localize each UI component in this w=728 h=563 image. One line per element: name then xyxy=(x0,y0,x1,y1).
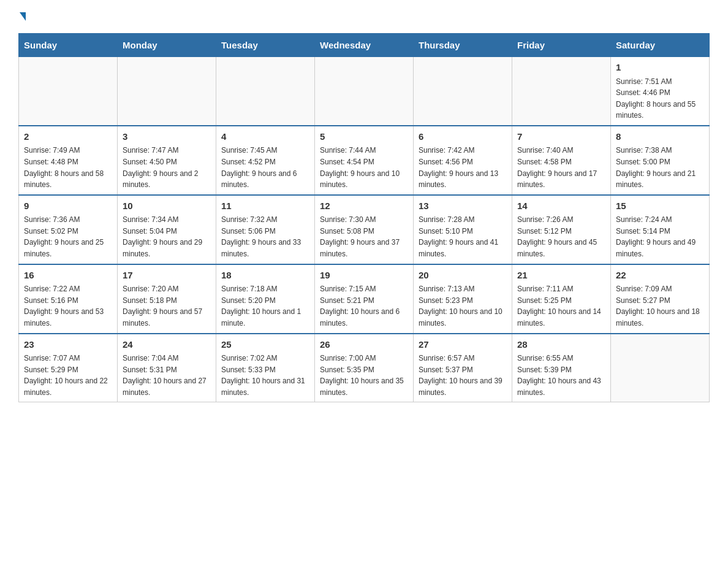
calendar-day-cell: 24Sunrise: 7:04 AMSunset: 5:31 PMDayligh… xyxy=(118,334,216,402)
calendar-day-cell: 4Sunrise: 7:45 AMSunset: 4:52 PMDaylight… xyxy=(216,126,315,195)
day-number: 3 xyxy=(123,130,211,144)
day-info: Sunrise: 7:38 AMSunset: 5:00 PMDaylight:… xyxy=(616,145,704,190)
day-number: 18 xyxy=(221,269,309,283)
calendar-day-cell xyxy=(19,57,118,126)
day-info: Sunrise: 7:34 AMSunset: 5:04 PMDaylight:… xyxy=(123,214,211,259)
day-info: Sunrise: 7:04 AMSunset: 5:31 PMDaylight:… xyxy=(123,353,211,398)
day-info: Sunrise: 7:47 AMSunset: 4:50 PMDaylight:… xyxy=(123,145,211,190)
day-info: Sunrise: 7:36 AMSunset: 5:02 PMDaylight:… xyxy=(24,214,112,259)
calendar-day-cell xyxy=(315,57,414,126)
calendar-day-cell: 7Sunrise: 7:40 AMSunset: 4:58 PMDaylight… xyxy=(512,126,611,195)
weekday-header-tuesday: Tuesday xyxy=(216,34,315,57)
calendar-day-cell: 17Sunrise: 7:20 AMSunset: 5:18 PMDayligh… xyxy=(118,264,216,334)
weekday-header-monday: Monday xyxy=(118,34,216,57)
weekday-header-thursday: Thursday xyxy=(414,34,512,57)
day-number: 22 xyxy=(616,269,704,283)
day-number: 16 xyxy=(24,269,112,283)
day-number: 14 xyxy=(517,199,605,213)
calendar-table: SundayMondayTuesdayWednesdayThursdayFrid… xyxy=(18,33,710,402)
calendar-day-cell xyxy=(414,57,512,126)
calendar-day-cell xyxy=(512,57,611,126)
calendar-day-cell: 2Sunrise: 7:49 AMSunset: 4:48 PMDaylight… xyxy=(19,126,118,195)
day-info: Sunrise: 7:02 AMSunset: 5:33 PMDaylight:… xyxy=(221,353,309,398)
day-number: 8 xyxy=(616,130,704,144)
page-header xyxy=(18,12,710,21)
day-info: Sunrise: 7:22 AMSunset: 5:16 PMDaylight:… xyxy=(24,283,112,329)
calendar-week-row: 1Sunrise: 7:51 AMSunset: 4:46 PMDaylight… xyxy=(19,57,710,126)
day-info: Sunrise: 7:15 AMSunset: 5:21 PMDaylight:… xyxy=(320,283,408,329)
day-info: Sunrise: 6:57 AMSunset: 5:37 PMDaylight:… xyxy=(419,353,507,398)
calendar-day-cell: 1Sunrise: 7:51 AMSunset: 4:46 PMDaylight… xyxy=(611,57,710,126)
calendar-day-cell xyxy=(611,334,710,402)
calendar-day-cell: 20Sunrise: 7:13 AMSunset: 5:23 PMDayligh… xyxy=(414,264,512,334)
day-info: Sunrise: 7:00 AMSunset: 5:35 PMDaylight:… xyxy=(320,353,408,398)
day-info: Sunrise: 7:13 AMSunset: 5:23 PMDaylight:… xyxy=(419,283,507,329)
calendar-day-cell: 9Sunrise: 7:36 AMSunset: 5:02 PMDaylight… xyxy=(19,195,118,264)
day-info: Sunrise: 7:42 AMSunset: 4:56 PMDaylight:… xyxy=(419,145,507,190)
weekday-header-row: SundayMondayTuesdayWednesdayThursdayFrid… xyxy=(19,34,710,57)
day-info: Sunrise: 7:24 AMSunset: 5:14 PMDaylight:… xyxy=(616,214,704,259)
day-number: 19 xyxy=(320,269,408,283)
day-info: Sunrise: 7:18 AMSunset: 5:20 PMDaylight:… xyxy=(221,283,309,329)
calendar-day-cell: 13Sunrise: 7:28 AMSunset: 5:10 PMDayligh… xyxy=(414,195,512,264)
weekday-header-sunday: Sunday xyxy=(19,34,118,57)
calendar-day-cell: 27Sunrise: 6:57 AMSunset: 5:37 PMDayligh… xyxy=(414,334,512,402)
logo xyxy=(18,12,27,21)
day-info: Sunrise: 7:28 AMSunset: 5:10 PMDaylight:… xyxy=(419,214,507,259)
calendar-day-cell: 12Sunrise: 7:30 AMSunset: 5:08 PMDayligh… xyxy=(315,195,414,264)
calendar-day-cell: 6Sunrise: 7:42 AMSunset: 4:56 PMDaylight… xyxy=(414,126,512,195)
calendar-week-row: 23Sunrise: 7:07 AMSunset: 5:29 PMDayligh… xyxy=(19,334,710,402)
day-number: 11 xyxy=(221,199,309,213)
day-info: Sunrise: 7:20 AMSunset: 5:18 PMDaylight:… xyxy=(123,283,211,329)
day-number: 20 xyxy=(419,269,507,283)
day-number: 28 xyxy=(517,338,605,352)
calendar-day-cell: 22Sunrise: 7:09 AMSunset: 5:27 PMDayligh… xyxy=(611,264,710,334)
day-number: 15 xyxy=(616,199,704,213)
day-number: 12 xyxy=(320,199,408,213)
calendar-day-cell: 3Sunrise: 7:47 AMSunset: 4:50 PMDaylight… xyxy=(118,126,216,195)
day-info: Sunrise: 7:40 AMSunset: 4:58 PMDaylight:… xyxy=(517,145,605,190)
day-info: Sunrise: 7:45 AMSunset: 4:52 PMDaylight:… xyxy=(221,145,309,190)
day-number: 24 xyxy=(123,338,211,352)
weekday-header-wednesday: Wednesday xyxy=(315,34,414,57)
day-number: 23 xyxy=(24,338,112,352)
day-number: 6 xyxy=(419,130,507,144)
calendar-day-cell: 15Sunrise: 7:24 AMSunset: 5:14 PMDayligh… xyxy=(611,195,710,264)
day-number: 10 xyxy=(123,199,211,213)
day-number: 26 xyxy=(320,338,408,352)
calendar-week-row: 9Sunrise: 7:36 AMSunset: 5:02 PMDaylight… xyxy=(19,195,710,264)
day-number: 27 xyxy=(419,338,507,352)
calendar-day-cell: 21Sunrise: 7:11 AMSunset: 5:25 PMDayligh… xyxy=(512,264,611,334)
day-number: 13 xyxy=(419,199,507,213)
day-number: 17 xyxy=(123,269,211,283)
day-number: 4 xyxy=(221,130,309,144)
day-number: 9 xyxy=(24,199,112,213)
day-info: Sunrise: 7:07 AMSunset: 5:29 PMDaylight:… xyxy=(24,353,112,398)
calendar-day-cell: 19Sunrise: 7:15 AMSunset: 5:21 PMDayligh… xyxy=(315,264,414,334)
calendar-day-cell: 10Sunrise: 7:34 AMSunset: 5:04 PMDayligh… xyxy=(118,195,216,264)
calendar-day-cell: 28Sunrise: 6:55 AMSunset: 5:39 PMDayligh… xyxy=(512,334,611,402)
calendar-week-row: 16Sunrise: 7:22 AMSunset: 5:16 PMDayligh… xyxy=(19,264,710,334)
calendar-day-cell: 14Sunrise: 7:26 AMSunset: 5:12 PMDayligh… xyxy=(512,195,611,264)
calendar-day-cell: 18Sunrise: 7:18 AMSunset: 5:20 PMDayligh… xyxy=(216,264,315,334)
day-info: Sunrise: 7:44 AMSunset: 4:54 PMDaylight:… xyxy=(320,145,408,190)
logo-arrow-icon xyxy=(20,12,26,21)
day-info: Sunrise: 7:09 AMSunset: 5:27 PMDaylight:… xyxy=(616,283,704,329)
calendar-day-cell: 23Sunrise: 7:07 AMSunset: 5:29 PMDayligh… xyxy=(19,334,118,402)
day-info: Sunrise: 7:51 AMSunset: 4:46 PMDaylight:… xyxy=(616,76,704,121)
calendar-week-row: 2Sunrise: 7:49 AMSunset: 4:48 PMDaylight… xyxy=(19,126,710,195)
day-number: 1 xyxy=(616,61,704,75)
calendar-day-cell: 8Sunrise: 7:38 AMSunset: 5:00 PMDaylight… xyxy=(611,126,710,195)
day-info: Sunrise: 7:49 AMSunset: 4:48 PMDaylight:… xyxy=(24,145,112,190)
day-number: 25 xyxy=(221,338,309,352)
calendar-day-cell xyxy=(118,57,216,126)
calendar-day-cell: 25Sunrise: 7:02 AMSunset: 5:33 PMDayligh… xyxy=(216,334,315,402)
calendar-day-cell xyxy=(216,57,315,126)
day-info: Sunrise: 7:11 AMSunset: 5:25 PMDaylight:… xyxy=(517,283,605,329)
day-info: Sunrise: 7:32 AMSunset: 5:06 PMDaylight:… xyxy=(221,214,309,259)
day-number: 2 xyxy=(24,130,112,144)
day-number: 21 xyxy=(517,269,605,283)
day-info: Sunrise: 6:55 AMSunset: 5:39 PMDaylight:… xyxy=(517,353,605,398)
calendar-day-cell: 11Sunrise: 7:32 AMSunset: 5:06 PMDayligh… xyxy=(216,195,315,264)
weekday-header-saturday: Saturday xyxy=(611,34,710,57)
